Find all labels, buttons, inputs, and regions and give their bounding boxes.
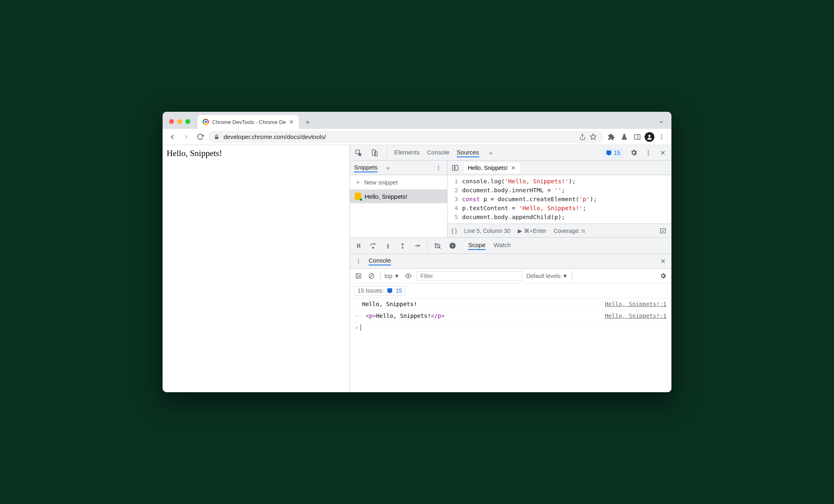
snippet-name: Hello, Snippets! [365, 193, 407, 200]
run-snippet-button[interactable]: ▶ ⌘+Enter [518, 228, 547, 234]
share-icon[interactable] [578, 133, 587, 141]
console-sidebar-toggle-icon[interactable] [354, 272, 363, 280]
devtools-tab-bar: Elements Console Sources » 15 [350, 145, 671, 161]
svg-point-13 [648, 152, 649, 153]
lock-icon [214, 134, 219, 140]
console-source-link[interactable]: Hello, Snippets!:1 [605, 313, 667, 319]
profile-avatar[interactable] [645, 132, 654, 142]
pretty-print-icon[interactable]: { } [452, 228, 457, 234]
cursor-position: Line 5, Column 30 [464, 228, 510, 234]
step-into-icon[interactable] [383, 241, 392, 250]
log-levels-selector[interactable]: Default levels ▼ [526, 273, 568, 279]
svg-point-37 [358, 261, 359, 261]
editor-area: Hello, Snippets! ✕ 12345 console.log('He… [447, 161, 671, 237]
browser-tab[interactable]: Chrome DevTools - Chrome De ✕ [198, 115, 299, 129]
back-button[interactable] [167, 131, 178, 143]
pause-icon[interactable] [354, 241, 363, 250]
svg-point-36 [358, 259, 359, 260]
deactivate-breakpoints-icon[interactable] [433, 241, 442, 250]
nav-menu-icon[interactable] [434, 163, 443, 172]
tab-elements[interactable]: Elements [394, 149, 420, 156]
sources-navigator: Snippets » ＋ New snippet Hello, Snippets… [350, 161, 447, 237]
svg-point-8 [661, 138, 662, 139]
close-drawer-button[interactable] [658, 257, 667, 266]
maximize-window-button[interactable] [185, 119, 190, 124]
console-drawer-tab[interactable]: Console [369, 257, 391, 265]
step-over-icon[interactable] [369, 241, 378, 250]
svg-point-29 [402, 247, 403, 248]
bookmark-icon[interactable] [589, 133, 597, 141]
coverage-status: Coverage: n [554, 228, 584, 234]
svg-marker-2 [590, 134, 596, 139]
console-toolbar: top ▼ Default levels ▼ [350, 269, 671, 283]
clear-console-icon[interactable] [367, 272, 376, 280]
scope-tab[interactable]: Scope [468, 241, 486, 250]
console-prompt[interactable]: › [350, 322, 671, 333]
console-return-value: <p>Hello, Snippets!</p> [366, 313, 605, 319]
snippets-tab[interactable]: Snippets [354, 163, 378, 172]
settings-icon[interactable] [629, 148, 638, 157]
console-settings-icon[interactable] [658, 272, 667, 280]
issues-badge[interactable]: 15 [603, 148, 623, 157]
issues-chip[interactable]: 15 Issues: 15 [354, 286, 406, 295]
drawer-menu-icon[interactable] [354, 257, 363, 266]
extensions-icon[interactable] [606, 131, 617, 143]
tab-title: Chrome DevTools - Chrome De [212, 119, 286, 125]
prompt-chevron-icon: › [355, 324, 358, 331]
context-selector[interactable]: top ▼ [384, 273, 400, 279]
editor-tab[interactable]: Hello, Snippets! ✕ [464, 163, 520, 173]
new-tab-button[interactable]: ＋ [302, 116, 313, 128]
page-viewport: Hello, Snippets! [163, 145, 350, 392]
svg-point-31 [419, 245, 420, 246]
device-toolbar-icon[interactable] [370, 148, 379, 157]
close-tab-button[interactable]: ✕ [289, 119, 294, 125]
new-snippet-button[interactable]: ＋ New snippet [350, 175, 447, 189]
svg-point-19 [438, 169, 439, 169]
snippet-list-item[interactable]: Hello, Snippets! [350, 189, 447, 203]
watch-tab[interactable]: Watch [494, 241, 511, 250]
svg-point-45 [407, 275, 409, 276]
tab-search-button[interactable] [658, 119, 664, 125]
svg-point-6 [661, 135, 662, 136]
line-gutter: 12345 [447, 177, 462, 222]
close-editor-tab-button[interactable]: ✕ [511, 165, 516, 171]
more-nav-tabs-button[interactable]: » [383, 163, 392, 172]
close-devtools-button[interactable] [658, 148, 667, 157]
console-return-line: ‹· <p>Hello, Snippets!</p> Hello, Snippe… [350, 310, 671, 322]
step-out-icon[interactable] [398, 241, 407, 250]
code-editor[interactable]: 12345 console.log('Hello, Snippets!'); d… [447, 175, 671, 224]
url-text: developer.chrome.com/docs/devtools/ [224, 133, 326, 140]
sidebar-toggle-icon[interactable] [658, 226, 667, 235]
svg-point-5 [648, 135, 650, 137]
navigator-tabs: Snippets » [350, 161, 447, 175]
svg-rect-0 [215, 137, 218, 139]
devtools-menu-icon[interactable] [644, 148, 653, 157]
svg-rect-22 [660, 228, 665, 233]
console-drawer-header: Console [350, 254, 671, 269]
editor-tab-bar: Hello, Snippets! ✕ [447, 161, 671, 175]
forward-button[interactable] [180, 131, 192, 143]
tab-console[interactable]: Console [427, 149, 450, 156]
tab-sources[interactable]: Sources [457, 148, 479, 157]
console-source-link[interactable]: Hello, Snippets!:1 [605, 301, 667, 307]
reload-button[interactable] [194, 131, 206, 143]
new-snippet-label: New snippet [364, 179, 398, 186]
minimize-window-button[interactable] [177, 119, 182, 124]
svg-rect-3 [634, 135, 640, 139]
svg-point-38 [358, 262, 359, 263]
step-icon[interactable] [413, 241, 421, 250]
side-panel-icon[interactable] [632, 131, 643, 143]
close-window-button[interactable] [169, 119, 174, 124]
labs-icon[interactable] [619, 131, 630, 143]
more-tabs-button[interactable]: » [486, 148, 495, 157]
svg-point-27 [387, 247, 389, 248]
address-bar[interactable]: developer.chrome.com/docs/devtools/ [208, 131, 603, 143]
console-log-line: Hello, Snippets! Hello, Snippets!:1 [350, 298, 671, 310]
toggle-navigator-icon[interactable] [451, 163, 460, 172]
live-expression-icon[interactable] [404, 272, 413, 280]
inspect-element-icon[interactable] [354, 148, 363, 157]
svg-rect-24 [359, 244, 360, 248]
console-filter-input[interactable] [417, 271, 522, 281]
pause-exceptions-icon[interactable] [448, 241, 457, 250]
browser-menu-button[interactable] [656, 131, 667, 143]
